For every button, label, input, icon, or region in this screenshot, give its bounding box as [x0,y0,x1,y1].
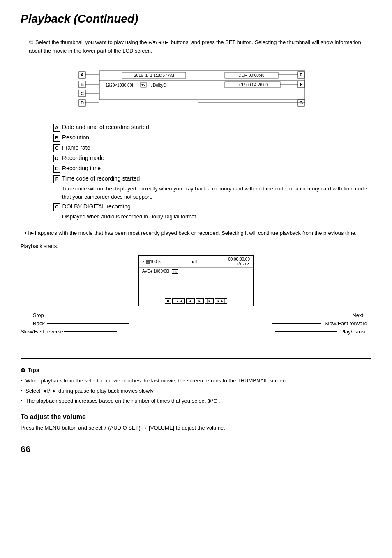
slow-fwd-line [272,323,321,324]
label-box-c: C [53,144,60,152]
label-box-b: B [53,134,60,142]
screen-top-left: × ▪▪100% [142,259,161,264]
svg-text:D: D [81,100,84,105]
svg-text:F: F [300,82,303,87]
volume-text: Press the MENU button and select ♪ (AUDI… [21,424,371,432]
label-stop: Stop [33,312,44,318]
label-item-e: E Recording time [53,164,371,173]
label-box-f: F [53,175,60,183]
tip-item-1: When playback from the selected movie re… [21,377,371,385]
svg-text:C: C [81,91,84,96]
playback-diagram: × ▪▪100% ►II 00:00:00.001/15 Σ∧ AVC♦ 108… [21,255,371,346]
tips-section: ✿ Tips When playback from the selected m… [21,367,371,405]
svg-text:TX: TX [141,83,146,87]
next-line [269,315,349,315]
page-title: Playback (Continued) [21,12,371,25]
info-diagram-container: A B C D E F G 2016–1–1 1:18:57 AM DUR 00… [21,63,371,111]
slow-fwd-label: Slow/Fast forward [325,320,367,326]
label-item-d: D Recording mode [53,154,371,162]
screen-top-bar: × ▪▪100% ►II 00:00:00.001/15 Σ∧ [139,256,253,268]
svg-text:DUR  00:00:48: DUR 00:00:48 [238,73,265,78]
screen-timecode: 00:00:00.001/15 Σ∧ [228,257,250,266]
screen-empty-area [139,275,253,296]
tips-heading: Tips [28,367,39,373]
label-box-g: G [53,203,60,211]
step-number: ③ [29,39,34,45]
stop-label: Stop [33,312,44,318]
svg-text:1920×1080  60i: 1920×1080 60i [106,83,133,88]
play-pause-label: Play/Pause [340,329,367,335]
labels-list: A Date and time of recording started B R… [53,123,371,221]
svg-text:♪DolbyD: ♪DolbyD [151,83,166,88]
step3-content: Select the thumbnail you want to play us… [29,39,361,54]
next-label: Next [352,312,363,318]
controls-bar: ■ |◄◄ ◄| ► |► ►►| [139,296,253,306]
back-label: Back [33,320,45,326]
btn-slow-rev[interactable]: ◄| [186,298,195,304]
play-pause-line [275,331,337,332]
label-text-b: Resolution [62,133,371,142]
label-slow-reverse: Slow/Fast reverse [21,329,63,335]
tips-gear-icon: ✿ [21,367,25,373]
btn-stop[interactable]: ■ [165,298,171,304]
label-text-a: Date and time of recording started [62,123,371,132]
resume-note: • I►I appears with the movie that has be… [21,229,371,237]
stop-line [47,315,129,315]
label-sub-f: Time code will not be displayed correctl… [62,185,371,201]
label-play-pause: Play/Pause [340,329,367,335]
btn-play[interactable]: ► [196,298,204,304]
label-item-f: F Time code of recording started [53,174,371,183]
slow-reverse-label: Slow/Fast reverse [21,329,63,335]
svg-text:A: A [81,72,84,77]
label-item-b: B Resolution [53,133,371,142]
label-sub-g: Displayed when audio is recorded in Dolb… [62,213,371,221]
screen-mid-bar: AVC♦ 1080/60i TX [139,268,253,275]
tip-item-2: Select ◄I/I► during pause to play back m… [21,387,371,395]
label-item-g: G DOLBY DIGITAL recording [53,202,371,211]
label-text-g: DOLBY DIGITAL recording [62,202,371,211]
label-next: Next [352,312,363,318]
step3-text: ③ Select the thumbnail you want to play … [21,38,371,55]
label-slow-fwd: Slow/Fast forward [325,320,367,326]
svg-text:TCR  00:04:26.00: TCR 00:04:26.00 [237,83,268,87]
section-divider [21,358,371,359]
screen-tx-icon: TX [172,269,178,274]
svg-text:2016–1–1      1:18:57 AM: 2016–1–1 1:18:57 AM [134,73,174,78]
screen-play-state: ►II [191,259,197,264]
label-text-c: Frame rate [62,144,371,152]
label-text-e: Recording time [62,164,371,173]
label-box-a: A [53,124,60,132]
label-box-e: E [53,165,60,173]
btn-slow-fwd[interactable]: |► [205,298,214,304]
volume-section: To adjust the volume Press the MENU butt… [21,413,371,432]
playback-starts-text: Playback starts. [21,243,371,249]
back-line [47,323,129,324]
svg-text:B: B [81,82,84,87]
label-text-f: Time code of recording started [62,174,371,183]
label-text-d: Recording mode [62,154,371,162]
tips-title: ✿ Tips [21,367,371,373]
label-box-d: D [53,155,60,162]
label-back: Back [33,320,45,326]
btn-next[interactable]: ►►| [215,298,227,304]
playback-screen: × ▪▪100% ►II 00:00:00.001/15 Σ∧ AVC♦ 108… [138,255,254,306]
label-item-a: A Date and time of recording started [53,123,371,132]
screen-resolution: AVC♦ 1080/60i [142,269,169,273]
tips-list: When playback from the selected movie re… [21,377,371,405]
page-number: 66 [21,444,371,455]
volume-heading: To adjust the volume [21,413,371,421]
tip-item-3: The playback speed increases based on th… [21,397,371,405]
info-diagram: A B C D E F G 2016–1–1 1:18:57 AM DUR 00… [77,63,315,111]
btn-back-start[interactable]: |◄◄ [172,298,184,304]
svg-text:E: E [300,72,302,77]
slow-reverse-line [64,331,117,332]
label-item-c: C Frame rate [53,144,371,152]
